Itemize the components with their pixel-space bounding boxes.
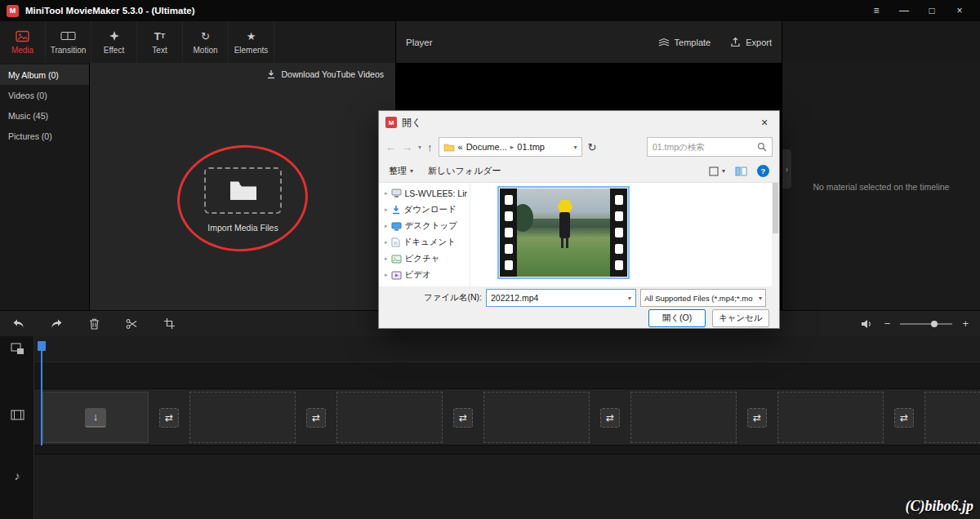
expander-icon[interactable]: ▸ xyxy=(385,206,388,213)
video-clip-slot[interactable]: ↓ xyxy=(42,392,149,443)
file-item-selected[interactable] xyxy=(497,186,630,279)
address-bar[interactable]: « Docume... ▸ 01.tmp ▾ xyxy=(439,137,582,157)
tab-elements[interactable]: ★ Elements xyxy=(229,21,274,63)
zoom-slider-thumb[interactable] xyxy=(931,321,938,327)
maximize-button[interactable]: □ xyxy=(918,1,946,20)
zoom-slider[interactable] xyxy=(900,323,952,325)
cancel-button[interactable]: キャンセル xyxy=(712,309,769,327)
close-button[interactable]: × xyxy=(946,1,973,20)
computer-icon xyxy=(391,189,402,198)
video-track-icon[interactable] xyxy=(0,410,34,420)
minimize-button[interactable]: — xyxy=(890,1,918,20)
file-list-scrollbar[interactable] xyxy=(772,183,779,286)
preview-pane-button[interactable] xyxy=(735,166,747,176)
redo-button[interactable] xyxy=(49,317,64,331)
music-track[interactable] xyxy=(34,454,980,519)
tree-item-pictures[interactable]: ▸ ピクチャ xyxy=(379,251,470,267)
dialog-command-bar: 整理 ▾ 新しいフォルダー ▾ ? xyxy=(379,160,779,183)
videos-icon xyxy=(391,271,402,280)
video-clip-slot[interactable] xyxy=(777,392,884,443)
download-youtube-link[interactable]: Download YouTube Videos xyxy=(266,69,384,79)
export-icon xyxy=(730,37,741,47)
tab-text[interactable]: TT Text xyxy=(137,21,183,63)
expander-icon[interactable]: ▸ xyxy=(385,190,388,197)
video-clip-slot[interactable] xyxy=(483,392,590,443)
filename-caret-icon[interactable]: ▾ xyxy=(628,295,631,302)
menu-icon[interactable]: ≡ xyxy=(862,1,890,20)
crop-button[interactable] xyxy=(162,317,176,331)
transition-slot-icon[interactable]: ⇄ xyxy=(306,408,326,428)
filetype-caret-icon[interactable]: ▾ xyxy=(759,295,762,302)
video-clip-slot[interactable] xyxy=(924,392,980,443)
filename-input[interactable] xyxy=(491,293,628,303)
transition-slot-icon[interactable]: ⇄ xyxy=(600,408,620,428)
address-dropdown-icon[interactable]: ▾ xyxy=(574,144,577,151)
playhead-line xyxy=(41,351,42,446)
overlay-track-icon[interactable] xyxy=(0,343,34,355)
open-button[interactable]: 開く(O) xyxy=(648,309,706,327)
breadcrumb-overflow[interactable]: « xyxy=(458,142,463,152)
split-button[interactable] xyxy=(124,317,139,331)
transition-slot-icon[interactable]: ⇄ xyxy=(747,408,767,428)
video-clip-slot[interactable] xyxy=(189,392,296,443)
tree-item-desktop[interactable]: ▸ デスクトップ xyxy=(379,218,470,234)
documents-icon xyxy=(391,237,400,247)
zoom-out-button[interactable]: − xyxy=(884,317,891,330)
organize-menu-button[interactable]: 整理 ▾ xyxy=(389,165,413,177)
breadcrumb-parent[interactable]: Docume... xyxy=(466,142,507,152)
help-button[interactable]: ? xyxy=(757,165,769,177)
sidebar-item-videos[interactable]: Videos (0) xyxy=(0,85,89,105)
music-track-icon[interactable]: ♪ xyxy=(0,469,34,482)
sidebar-item-music[interactable]: Music (45) xyxy=(0,105,89,126)
video-clip-slot[interactable] xyxy=(630,392,737,443)
transition-slot-icon[interactable]: ⇄ xyxy=(894,408,914,428)
tree-item-computer[interactable]: ▸ LS-WVLEE5: Lir xyxy=(379,185,470,202)
tab-media[interactable]: Media xyxy=(0,21,46,63)
new-folder-button[interactable]: 新しいフォルダー xyxy=(428,165,501,177)
expander-icon[interactable]: ▸ xyxy=(385,223,388,229)
expander-icon[interactable]: ▸ xyxy=(385,255,388,262)
transition-slot-icon[interactable]: ⇄ xyxy=(453,408,473,428)
import-media-dropzone[interactable] xyxy=(204,167,282,214)
tab-effect[interactable]: Effect xyxy=(91,21,137,63)
import-to-track-icon[interactable]: ↓ xyxy=(85,408,106,428)
template-button[interactable]: Template xyxy=(658,37,711,47)
video-clip-slot[interactable] xyxy=(336,392,443,443)
view-options-button[interactable]: ▾ xyxy=(709,166,725,176)
tree-item-downloads[interactable]: ▸ ダウンロード xyxy=(379,202,470,218)
expander-icon[interactable]: ▸ xyxy=(385,239,388,246)
transition-icon xyxy=(60,29,76,42)
export-button[interactable]: Export xyxy=(730,37,772,47)
delete-button[interactable] xyxy=(87,317,101,331)
golfer-silhouette xyxy=(559,212,570,238)
expander-icon[interactable]: ▸ xyxy=(385,272,388,278)
tab-bar: Media Transition Effect TT Text ↻ Motion… xyxy=(0,21,396,63)
sidebar-item-my-album[interactable]: My Album (0) xyxy=(0,64,89,85)
history-dropdown-icon[interactable]: ▾ xyxy=(418,144,421,151)
back-button[interactable]: ← xyxy=(385,141,396,153)
playhead-handle[interactable] xyxy=(38,341,46,351)
scrollbar-thumb[interactable] xyxy=(773,183,778,233)
dialog-close-button[interactable]: × xyxy=(750,112,779,133)
sidebar-item-pictures[interactable]: Pictures (0) xyxy=(0,126,89,146)
filename-combobox[interactable]: ▾ xyxy=(486,289,636,307)
tree-item-documents[interactable]: ▸ ドキュメント xyxy=(379,234,470,251)
filename-row: ファイル名(N): ▾ All Supported Files (*.mp4;*… xyxy=(379,287,779,308)
up-button[interactable]: ↑ xyxy=(427,141,433,153)
transition-slot-icon[interactable]: ⇄ xyxy=(159,408,179,428)
dialog-buttons: 開く(O) キャンセル xyxy=(648,309,769,327)
breadcrumb-current[interactable]: 01.tmp xyxy=(517,142,545,152)
tab-motion[interactable]: ↻ Motion xyxy=(183,21,229,63)
zoom-in-button[interactable]: + xyxy=(962,317,969,330)
search-box[interactable] xyxy=(647,137,773,157)
forward-button[interactable]: → xyxy=(402,141,412,153)
refresh-button[interactable]: ↻ xyxy=(588,141,597,153)
timeline-ruler[interactable] xyxy=(34,336,980,362)
volume-icon[interactable] xyxy=(860,317,875,331)
undo-button[interactable] xyxy=(11,317,26,331)
tree-item-videos[interactable]: ▸ ビデオ xyxy=(379,267,470,283)
folder-small-icon xyxy=(443,143,455,152)
search-input[interactable] xyxy=(653,142,754,152)
filetype-combobox[interactable]: All Supported Files (*.mp4;*.mo ▾ xyxy=(640,289,766,307)
tab-transition[interactable]: Transition xyxy=(46,21,91,63)
